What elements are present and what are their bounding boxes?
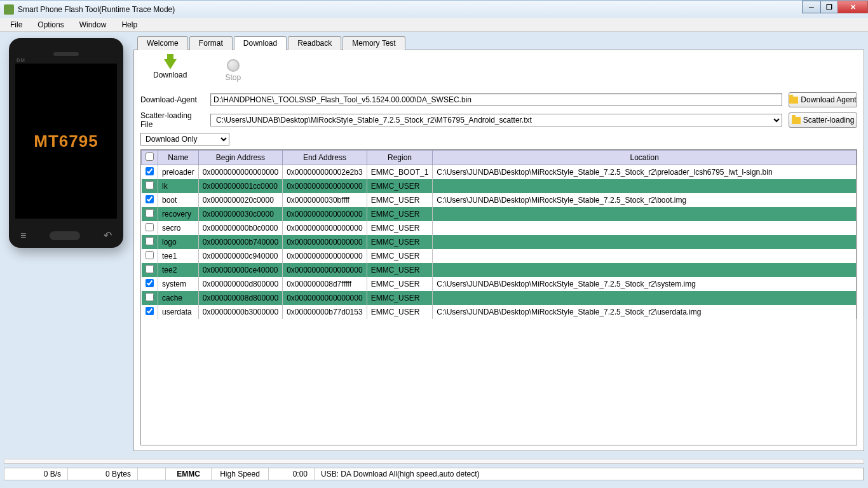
- col-region[interactable]: Region: [367, 151, 433, 165]
- scatter-loading-button[interactable]: Scatter-loading: [789, 112, 857, 128]
- row-checkbox[interactable]: [146, 223, 154, 231]
- row-checkbox[interactable]: [146, 293, 154, 301]
- tab-format[interactable]: Format: [189, 36, 233, 50]
- cell-begin: 0x000000000b740000: [198, 235, 282, 249]
- cell-region: EMMC_USER: [367, 193, 433, 207]
- da-input[interactable]: [210, 93, 782, 106]
- row-checkbox[interactable]: [146, 167, 154, 175]
- cell-location: [433, 249, 857, 263]
- cell-name: preloader: [158, 165, 199, 180]
- cell-end: 0x000000008d7fffff: [283, 277, 367, 291]
- status-storage: EMMC: [166, 468, 212, 480]
- table-row[interactable]: logo0x000000000b7400000x0000000000000000…: [142, 235, 857, 249]
- phone-screen: MT6795: [15, 64, 117, 219]
- cell-end: 0x0000000000000000: [283, 249, 367, 263]
- restore-button[interactable]: ❐: [820, 1, 838, 13]
- tab-download[interactable]: Download: [234, 36, 287, 50]
- status-time: 0:00: [269, 468, 315, 480]
- cell-location: C:\Users\JUNDAB\Desktop\MiRockStyle_Stab…: [433, 165, 857, 180]
- menu-bar: File Options Window Help: [0, 18, 868, 32]
- menu-options[interactable]: Options: [31, 19, 70, 30]
- col-location[interactable]: Location: [433, 151, 857, 165]
- app-icon: [4, 4, 14, 15]
- download-label: Download: [153, 71, 187, 79]
- cell-location: [433, 263, 857, 277]
- cell-name: tee2: [158, 263, 199, 277]
- cell-location: C:\Users\JUNDAB\Desktop\MiRockStyle_Stab…: [433, 277, 857, 291]
- table-row[interactable]: lk0x0000000001cc00000x0000000000000000EM…: [142, 179, 857, 193]
- main-content: BM MT6795 ≡ ↶ Welcome Format Download Re…: [0, 32, 868, 455]
- partition-table-wrap: Name Begin Address End Address Region Lo…: [140, 149, 857, 445]
- row-checkbox[interactable]: [146, 279, 154, 287]
- stop-button[interactable]: Stop: [225, 59, 241, 82]
- cell-location: [433, 235, 857, 249]
- col-begin[interactable]: Begin Address: [198, 151, 282, 165]
- col-end[interactable]: End Address: [283, 151, 367, 165]
- phone-back-icon: ↶: [104, 229, 112, 241]
- row-check: [142, 179, 158, 193]
- tab-memory-test[interactable]: Memory Test: [342, 36, 405, 50]
- cell-name: secro: [158, 221, 199, 235]
- minimize-button[interactable]: ─: [802, 1, 821, 13]
- cell-begin: 0x0000000030c0000: [198, 207, 282, 221]
- download-button[interactable]: Download: [153, 59, 187, 82]
- cell-name: tee1: [158, 249, 199, 263]
- stop-label: Stop: [225, 73, 241, 82]
- toolbar: Download Stop: [140, 55, 857, 88]
- cell-region: EMMC_USER: [367, 207, 433, 221]
- cell-end: 0x00000000b77d0153: [283, 305, 367, 319]
- row-check: [142, 277, 158, 291]
- da-label: Download-Agent: [140, 95, 204, 104]
- menu-help[interactable]: Help: [115, 19, 144, 30]
- phone-navbar: ≡ ↶: [20, 229, 112, 241]
- table-row[interactable]: tee10x000000000c9400000x0000000000000000…: [142, 249, 857, 263]
- partition-table: Name Begin Address End Address Region Lo…: [141, 150, 857, 319]
- row-checkbox[interactable]: [146, 237, 154, 245]
- download-agent-button[interactable]: Download Agent: [789, 92, 857, 107]
- row-check: [142, 291, 158, 305]
- row-checkbox[interactable]: [146, 195, 154, 203]
- cell-end: 0x0000000000000000: [283, 263, 367, 277]
- scatter-select[interactable]: C:\Users\JUNDAB\Desktop\MiRockStyle_Stab…: [210, 114, 782, 126]
- row-checkbox[interactable]: [146, 181, 154, 189]
- cell-name: userdata: [158, 305, 199, 319]
- row-checkbox[interactable]: [146, 251, 154, 259]
- row-checkbox[interactable]: [146, 307, 154, 315]
- table-row[interactable]: system0x000000000d8000000x000000008d7fff…: [142, 277, 857, 291]
- row-check: [142, 305, 158, 319]
- menu-file[interactable]: File: [4, 19, 29, 30]
- tab-welcome[interactable]: Welcome: [137, 36, 188, 50]
- cell-begin: 0x000000000b0c0000: [198, 221, 282, 235]
- check-all[interactable]: [146, 152, 154, 161]
- cell-region: EMMC_USER: [367, 249, 433, 263]
- col-name[interactable]: Name: [158, 151, 199, 165]
- phone-graphic: BM MT6795 ≡ ↶: [9, 38, 123, 248]
- row-checkbox[interactable]: [146, 209, 154, 217]
- cell-begin: 0x00000000b3000000: [198, 305, 282, 319]
- cell-name: recovery: [158, 207, 199, 221]
- table-row[interactable]: userdata0x00000000b30000000x00000000b77d…: [142, 305, 857, 319]
- cell-region: EMMC_USER: [367, 291, 433, 305]
- tab-readback[interactable]: Readback: [288, 36, 341, 50]
- cell-end: 0x0000000000000000: [283, 179, 367, 193]
- right-panel: Welcome Format Download Readback Memory …: [133, 36, 864, 451]
- close-button[interactable]: ✕: [837, 1, 868, 13]
- row-check: [142, 165, 158, 180]
- cell-region: EMMC_USER: [367, 277, 433, 291]
- cell-region: EMMC_USER: [367, 221, 433, 235]
- row-checkbox[interactable]: [146, 265, 154, 273]
- table-row[interactable]: tee20x000000000ce400000x0000000000000000…: [142, 263, 857, 277]
- cell-end: 0x000000000002e2b3: [283, 165, 367, 180]
- scatter-label: Scatter-loading File: [140, 111, 204, 129]
- table-row[interactable]: cache0x000000008d8000000x000000000000000…: [142, 291, 857, 305]
- cell-begin: 0x000000000c940000: [198, 249, 282, 263]
- mode-row: Download Only: [140, 133, 857, 146]
- download-mode-select[interactable]: Download Only: [140, 133, 229, 146]
- table-row[interactable]: recovery0x0000000030c00000x0000000000000…: [142, 207, 857, 221]
- cell-begin: 0x000000000d800000: [198, 277, 282, 291]
- table-row[interactable]: preloader0x00000000000000000x00000000000…: [142, 165, 857, 180]
- table-row[interactable]: secro0x000000000b0c00000x000000000000000…: [142, 221, 857, 235]
- cell-begin: 0x0000000000000000: [198, 165, 282, 180]
- menu-window[interactable]: Window: [73, 19, 113, 30]
- table-row[interactable]: boot0x0000000020c00000x0000000030bffffEM…: [142, 193, 857, 207]
